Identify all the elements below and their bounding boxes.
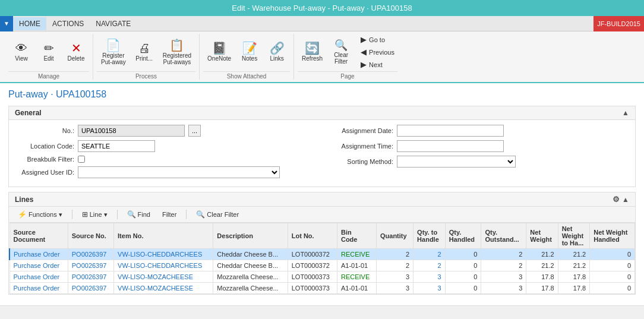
assignment-date-field: Assignment Date: — [334, 125, 504, 137]
no-input[interactable] — [78, 125, 185, 137]
register-putaway-button[interactable]: 📄 Register Put-away — [97, 34, 130, 70]
clear-filter-lines-button[interactable]: 🔍 Clear Filter — [192, 209, 243, 220]
assigned-user-row: Assigned User ID: — [15, 166, 310, 178]
sorting-method-select[interactable] — [397, 156, 516, 168]
next-button[interactable]: ▶ Next — [358, 59, 397, 70]
functions-dropdown-icon: ▾ — [59, 211, 62, 219]
edit-icon: ✏ — [44, 42, 54, 54]
lines-collapse-button[interactable]: ▲ — [622, 195, 629, 204]
col-lot-no: Lot No. — [288, 223, 337, 249]
assignment-time-label: Assignment Time: — [334, 143, 393, 150]
sorting-method-field: Sorting Method: — [334, 156, 516, 168]
view-button[interactable]: 👁 View — [8, 34, 34, 70]
toolbar-sep-3 — [186, 210, 187, 219]
table-row[interactable]: Purchase OrderPO0026397VW-LISO-MOZACHEES… — [10, 283, 635, 294]
app-menu-dropdown[interactable]: ▼ — [0, 16, 13, 31]
clear-filter-lines-icon: 🔍 — [196, 210, 205, 219]
assigned-user-select[interactable] — [78, 166, 280, 178]
previous-icon: ◀ — [361, 48, 367, 56]
previous-button[interactable]: ◀ Previous — [358, 46, 397, 58]
location-input[interactable] — [78, 140, 155, 152]
next-label: Next — [369, 61, 383, 68]
assignment-time-input[interactable] — [397, 140, 504, 152]
table-row[interactable]: Purchase OrderPO0026397VW-LISO-MOZACHEES… — [10, 271, 635, 283]
assignment-date-row: Assignment Date: — [334, 125, 629, 137]
registered-putaways-button[interactable]: 📋 Registered Put-aways — [159, 34, 195, 70]
table-row[interactable]: Purchase OrderPO0026397VW-LISO-CHEDDARCH… — [10, 249, 635, 260]
general-collapse-button[interactable]: ▲ — [622, 109, 629, 117]
links-button[interactable]: 🔗 Links — [264, 34, 290, 70]
breakbulk-label: Breakbulk Filter: — [15, 156, 74, 163]
ribbon-buttons-manage: 👁 View ✏ Edit ✕ Delete — [8, 34, 89, 70]
register-putaway-label: Register Put-away — [101, 52, 126, 65]
assigned-user-field: Assigned User ID: — [15, 166, 280, 178]
menu-bar: ▼ HOME ACTIONS NAVIGATE JF-BUILD2015 — [0, 16, 644, 31]
clear-filter-button[interactable]: 🔍 Clear Filter — [328, 34, 354, 70]
print-icon: 🖨 — [138, 42, 150, 54]
print-button[interactable]: 🖨 Print... — [131, 34, 157, 70]
menu-navigate[interactable]: NAVIGATE — [90, 17, 137, 30]
line-dropdown-icon: ▾ — [104, 211, 108, 219]
ribbon-group-process: 📄 Register Put-away 🖨 Print... 📋 Registe… — [93, 34, 200, 80]
page-group-label: Page — [298, 71, 397, 80]
page-title: Put-away · UPA100158 — [8, 89, 636, 100]
previous-label: Previous — [369, 49, 394, 56]
lines-gear-button[interactable]: ⚙ — [613, 195, 620, 204]
menu-home[interactable]: HOME — [13, 17, 46, 30]
col-qty-to-handle: Qty. toHandle — [413, 223, 446, 249]
refresh-icon: 🔄 — [305, 42, 320, 54]
lines-table: SourceDocument Source No. Item No. Descr… — [9, 223, 635, 294]
onenote-button[interactable]: 📓 OneNote — [203, 34, 235, 70]
ribbon-buttons-page: 🔄 Refresh 🔍 Clear Filter ▶ Go to ◀ Previ… — [298, 34, 397, 70]
refresh-button[interactable]: 🔄 Refresh — [298, 34, 327, 70]
notes-button[interactable]: 📝 Notes — [236, 34, 263, 70]
toolbar-sep-2 — [117, 210, 118, 219]
menu-actions[interactable]: ACTIONS — [46, 17, 90, 30]
general-section-header: General ▲ — [9, 106, 635, 120]
edit-button[interactable]: ✏ Edit — [36, 34, 62, 70]
assignment-time-field: Assignment Time: — [334, 140, 504, 152]
general-header-controls: ▲ — [622, 109, 629, 117]
col-source-no: Source No. — [68, 223, 113, 249]
process-group-label: Process — [97, 71, 195, 80]
col-source-document: SourceDocument — [10, 223, 68, 249]
goto-icon: ▶ — [361, 35, 367, 44]
title-text: Edit - Warehouse Put-away - Put-away · U… — [232, 4, 412, 12]
table-header-row: SourceDocument Source No. Item No. Descr… — [10, 223, 635, 249]
links-label: Links — [270, 55, 283, 62]
assignment-date-input[interactable] — [397, 125, 504, 137]
clear-filter-lines-label: Clear Filter — [207, 211, 239, 218]
build-badge: JF-BUILD2015 — [594, 16, 644, 31]
table-row[interactable]: Purchase OrderPO0026397VW-LISO-CHEDDARCH… — [10, 260, 635, 271]
no-row: No.: ... — [15, 125, 310, 137]
page-content: Put-away · UPA100158 General ▲ No.: ... — [0, 83, 644, 306]
toolbar-sep-1 — [72, 210, 72, 219]
goto-button[interactable]: ▶ Go to — [358, 34, 397, 45]
register-putaway-icon: 📄 — [106, 39, 121, 51]
delete-button[interactable]: ✕ Delete — [63, 34, 89, 70]
find-button[interactable]: 🔍 Find — [123, 209, 154, 220]
filter-label: Filter — [162, 211, 176, 218]
ribbon-group-page: 🔄 Refresh 🔍 Clear Filter ▶ Go to ◀ Previ… — [294, 34, 401, 80]
lines-table-container: SourceDocument Source No. Item No. Descr… — [9, 223, 635, 294]
lines-section-title: Lines — [15, 195, 33, 204]
breakbulk-checkbox[interactable] — [78, 156, 85, 163]
lines-section-header: Lines ⚙ ▲ — [9, 192, 635, 207]
functions-button[interactable]: ⚡ Functions ▾ — [14, 209, 67, 220]
breakbulk-row: Breakbulk Filter: — [15, 156, 310, 163]
general-section-title: General — [15, 109, 42, 117]
onenote-icon: 📓 — [212, 42, 227, 54]
find-label: Find — [138, 211, 150, 218]
onenote-label: OneNote — [207, 55, 231, 62]
filter-button[interactable]: Filter — [158, 209, 181, 220]
manage-group-label: Manage — [8, 71, 89, 80]
no-ellipsis-button[interactable]: ... — [188, 125, 201, 137]
refresh-label: Refresh — [302, 55, 323, 62]
line-button[interactable]: ⊞ Line ▾ — [78, 209, 112, 220]
grid-icon: ⊞ — [82, 210, 88, 219]
title-bar: Edit - Warehouse Put-away - Put-away · U… — [0, 0, 644, 16]
breakbulk-field: Breakbulk Filter: — [15, 156, 85, 163]
clear-filter-label: Clear Filter — [334, 52, 348, 65]
functions-label: Functions — [29, 211, 57, 218]
ribbon-buttons-attached: 📓 OneNote 📝 Notes 🔗 Links — [203, 34, 290, 70]
